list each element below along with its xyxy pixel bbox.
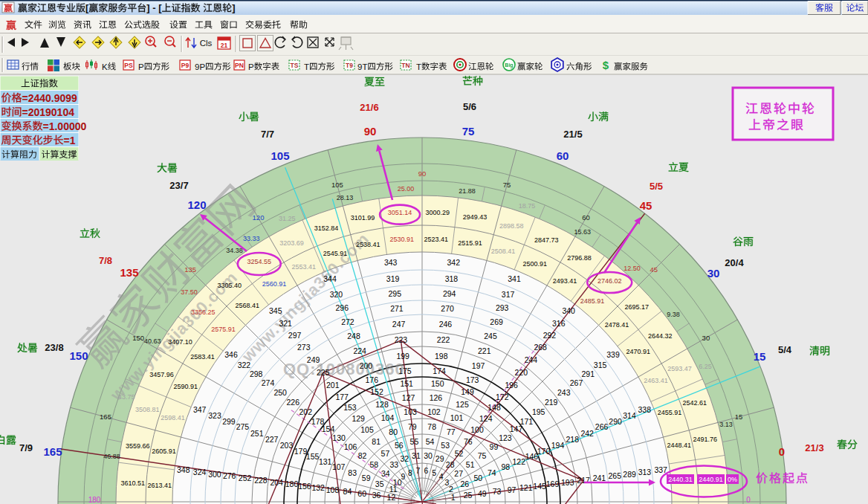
svg-text:165: 165 (43, 445, 62, 458)
svg-text:295: 295 (389, 289, 402, 298)
svg-text:222: 222 (437, 335, 450, 344)
svg-text:29: 29 (435, 454, 444, 463)
svg-text:81: 81 (372, 437, 380, 446)
svg-text:2485.91: 2485.91 (580, 297, 605, 305)
svg-text:31: 31 (412, 451, 421, 460)
svg-text:223: 223 (395, 335, 408, 344)
svg-text:201: 201 (326, 381, 340, 390)
svg-text:37.50: 37.50 (181, 288, 198, 296)
svg-text:2644.32: 2644.32 (648, 332, 673, 340)
svg-text:6.25: 6.25 (699, 363, 712, 370)
svg-text:2605.91: 2605.91 (152, 448, 176, 455)
svg-text:34.38: 34.38 (226, 247, 243, 254)
svg-text:299: 299 (222, 417, 236, 426)
svg-text:73: 73 (493, 487, 502, 496)
svg-text:75: 75 (478, 451, 487, 460)
svg-text:2440.91: 2440.91 (699, 476, 723, 483)
svg-text:3254.55: 3254.55 (247, 258, 272, 265)
svg-text:121: 121 (519, 483, 533, 492)
svg-text:75: 75 (462, 125, 475, 138)
svg-text:296: 296 (336, 303, 349, 312)
svg-text:34: 34 (381, 469, 390, 478)
svg-text:130: 130 (332, 433, 346, 442)
svg-text:227: 227 (265, 435, 279, 444)
svg-text:220: 220 (515, 368, 528, 377)
svg-text:345: 345 (269, 306, 282, 315)
svg-text:267: 267 (570, 378, 583, 387)
svg-text:105: 105 (331, 181, 343, 189)
svg-text:50: 50 (473, 474, 482, 482)
svg-text:2478.41: 2478.41 (605, 321, 629, 329)
svg-text:339: 339 (606, 350, 620, 359)
svg-text:43.75: 43.75 (118, 393, 135, 401)
svg-text:203: 203 (280, 441, 294, 450)
svg-text:90: 90 (364, 125, 377, 138)
svg-text:15: 15 (735, 413, 743, 421)
svg-text:3407.10: 3407.10 (168, 338, 192, 346)
svg-text:3: 3 (444, 478, 449, 487)
svg-text:100: 100 (470, 425, 484, 434)
svg-text:7/7: 7/7 (261, 129, 274, 140)
svg-text:271: 271 (390, 304, 404, 313)
svg-text:35: 35 (375, 479, 384, 488)
svg-text:15.63: 15.63 (574, 228, 592, 236)
svg-text:21/3: 21/3 (805, 442, 823, 453)
svg-text:32: 32 (400, 454, 409, 463)
svg-text:152: 152 (370, 387, 383, 396)
svg-text:P9: P9 (181, 62, 190, 69)
svg-text:3356.25: 3356.25 (191, 308, 216, 316)
svg-text:226: 226 (287, 398, 300, 407)
svg-text:102: 102 (427, 407, 441, 416)
svg-text:101: 101 (450, 413, 464, 422)
svg-text:]: ] (232, 2, 235, 13)
svg-text:5/6: 5/6 (463, 101, 476, 112)
svg-text:319: 319 (386, 274, 400, 283)
svg-text:=1.00000: =1.00000 (43, 120, 87, 132)
svg-text:28.13: 28.13 (337, 194, 354, 201)
svg-text:243: 243 (557, 388, 571, 397)
svg-text:3508.81: 3508.81 (135, 406, 160, 413)
svg-text:151: 151 (400, 379, 413, 388)
svg-text:196: 196 (505, 381, 518, 390)
svg-text:5/5: 5/5 (650, 181, 663, 192)
svg-text:18.75: 18.75 (519, 202, 536, 210)
svg-text:341: 341 (508, 274, 521, 283)
svg-text:2545.91: 2545.91 (323, 250, 348, 257)
svg-text:2448.41: 2448.41 (667, 442, 691, 449)
svg-text:122: 122 (513, 457, 526, 466)
svg-text:33: 33 (389, 460, 398, 469)
svg-text:Cls: Cls (200, 39, 213, 48)
svg-text:40.63: 40.63 (144, 337, 161, 345)
svg-text:175: 175 (398, 366, 412, 375)
svg-text:324: 324 (193, 468, 207, 476)
svg-text:129: 129 (352, 414, 365, 423)
svg-text:348: 348 (177, 465, 190, 474)
svg-text:2523.41: 2523.41 (424, 236, 449, 243)
svg-text:270: 270 (441, 304, 454, 313)
svg-text:174: 174 (433, 366, 446, 375)
svg-text:321: 321 (279, 319, 292, 328)
svg-text:7/9: 7/9 (19, 442, 33, 453)
svg-text:202: 202 (299, 407, 313, 416)
svg-text:4: 4 (439, 472, 444, 481)
svg-text:0%: 0% (728, 476, 737, 483)
svg-text:1: 1 (451, 493, 456, 502)
svg-text:3610.51: 3610.51 (121, 479, 146, 487)
svg-text:T9: T9 (346, 62, 353, 69)
svg-text:PN: PN (235, 62, 244, 69)
svg-text:9T: 9T (357, 62, 367, 71)
svg-text:249: 249 (307, 355, 320, 364)
svg-text:2: 2 (449, 485, 453, 494)
svg-text:PS: PS (124, 62, 133, 69)
svg-text:2500.91: 2500.91 (523, 260, 548, 268)
svg-text:123: 123 (499, 433, 512, 442)
svg-text:] - [: ] - [ (146, 2, 162, 13)
svg-text:2695.17: 2695.17 (624, 303, 649, 311)
svg-text:2568.41: 2568.41 (235, 302, 259, 309)
svg-text:49: 49 (478, 489, 487, 498)
svg-text:268: 268 (534, 343, 547, 352)
svg-text:25.00: 25.00 (398, 185, 415, 193)
svg-text:251: 251 (250, 429, 264, 438)
svg-text:150: 150 (69, 349, 88, 362)
svg-text:52: 52 (455, 449, 464, 458)
